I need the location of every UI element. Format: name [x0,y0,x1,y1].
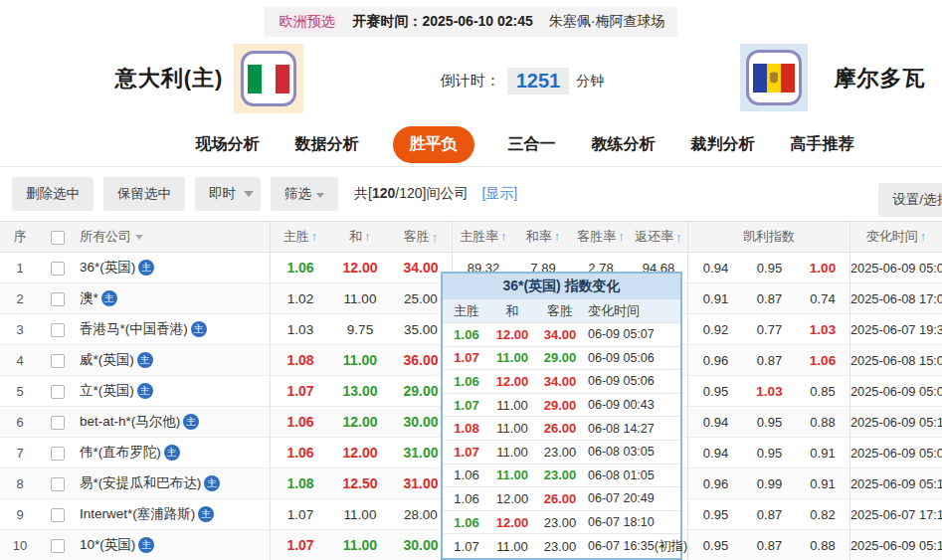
show-link[interactable]: [显示] [481,185,517,203]
select-all-cell [40,229,76,245]
home-badge-icon: 主 [138,260,154,276]
popup-draw-odds: 12.00 [490,491,534,506]
popup-home-odds: 1.06 [443,467,490,482]
col-return-rate[interactable]: 返还率 [630,222,688,252]
col-change-time[interactable]: 变化时间 [850,228,942,246]
filter-dropdown[interactable]: 筛选 [271,177,338,211]
tab-referee-analysis[interactable]: 裁判分析 [689,127,757,162]
sort-asc-icon [430,230,439,245]
settings-button[interactable]: 设置/选择 [878,183,942,217]
popup-away-odds: 23.00 [534,467,586,482]
kelly-2: 0.77 [743,322,796,337]
row-checkbox[interactable] [51,385,65,399]
change-time: 2025-06-09 05:12 [850,476,942,491]
popup-away-odds: 29.00 [534,398,586,413]
table-header: 序 所有公司 主胜 和 客胜 主胜率 和率 客胜率 返还率 凯利指数 变化时间 [0,221,942,253]
tab-win-draw-lose[interactable]: 胜平负 [393,126,474,163]
col-away-rate[interactable]: 客胜率 [572,228,630,246]
row-checkbox[interactable] [51,447,65,461]
change-time: 2025-06-07 19:32 [850,322,942,337]
sort-asc-icon [616,229,625,244]
change-time: 2025-06-08 17:02 [850,291,942,306]
kelly-2: 0.95 [743,446,796,461]
draw-odds: 12.00 [330,414,390,430]
row-checkbox[interactable] [51,292,65,306]
col-draw-rate[interactable]: 和率 [514,228,572,246]
keep-selected-button[interactable]: 保留选中 [103,177,185,211]
kelly-2: 0.87 [743,507,796,522]
kelly-2: 0.87 [743,538,796,553]
tab-expert-picks[interactable]: 高手推荐 [789,127,856,162]
home-badge-icon: 主 [183,414,199,430]
popup-header: 主胜 和 客胜 变化时间 [443,299,680,323]
row-checkbox[interactable] [51,262,65,276]
change-time: 2025-06-07 17:16 [850,507,942,522]
popup-change-time: 06-08 14:27 [586,422,680,436]
tab-coach-analysis[interactable]: 教练分析 [590,127,658,162]
company-cell: Interwet*(塞浦路斯)主 [76,499,271,529]
kelly-1: 0.95 [688,538,743,553]
time-mode-select[interactable]: 即时 [195,177,261,211]
home-badge-icon: 主 [101,290,117,306]
kelly-2: 1.03 [743,384,796,399]
popup-away-odds: 29.00 [534,350,586,365]
popup-home-odds: 1.07 [443,445,490,460]
row-checkbox[interactable] [51,477,65,491]
kelly-3: 0.82 [796,499,850,529]
popup-home-odds: 1.08 [443,421,490,436]
col-home-rate[interactable]: 主胜率 [453,228,514,246]
popup-col-away: 客胜 [534,302,586,320]
company-cell: 伟*(直布罗陀)主 [76,438,271,467]
sort-asc-icon [309,229,318,244]
home-badge-icon: 主 [204,475,220,491]
col-kelly: 凯利指数 [688,222,850,252]
col-company[interactable]: 所有公司 [76,222,271,252]
row-checkbox[interactable] [51,508,65,522]
col-seq: 序 [0,228,40,246]
company-cell: 易*(安提瓜和巴布达)主 [76,468,271,498]
company-cell: 澳*主 [76,283,271,313]
row-seq: 5 [0,384,40,399]
home-badge-icon: 主 [198,506,214,522]
popup-home-odds: 1.06 [443,374,490,389]
home-odds: 1.06 [271,445,330,461]
kelly-3: 1.03 [796,314,850,344]
home-team-name: 意大利(主) [99,64,239,93]
popup-home-odds: 1.06 [443,491,490,506]
row-checkbox[interactable] [51,416,65,430]
popup-draw-odds: 12.00 [490,327,534,342]
row-check-cell [40,414,76,429]
kelly-3: 0.74 [796,283,850,313]
select-all-checkbox[interactable] [51,231,65,245]
popup-row: 1.0711.0023.0006-08 03:05 [443,441,680,465]
home-flag [234,44,303,113]
row-check-cell [40,290,76,305]
col-home-odds[interactable]: 主胜 [271,228,330,246]
col-away-odds[interactable]: 客胜 [390,222,453,252]
row-checkbox[interactable] [51,354,65,368]
change-time: 2025-06-09 05:16 [850,415,942,430]
row-check-cell [40,445,76,460]
chevron-down-icon [244,191,254,197]
popup-change-time: 06-09 05:07 [586,327,680,341]
tab-three-in-one[interactable]: 三合一 [506,127,558,162]
company-name: 香港马*(中国香港) [80,320,188,338]
row-checkbox[interactable] [51,539,65,553]
popup-row: 1.0711.0029.0006-09 00:43 [443,394,680,418]
col-draw-odds[interactable]: 和 [330,228,390,246]
popup-change-time: 06-08 01:05 [586,468,680,482]
delete-selected-button[interactable]: 删除选中 [12,177,94,211]
tab-data-analysis[interactable]: 数据分析 [293,127,361,162]
draw-odds: 11.00 [330,291,390,306]
moldova-emblem-icon [770,73,778,84]
change-time: 2025-06-09 05:09 [850,446,942,461]
kelly-3: 1.06 [796,345,850,375]
popup-row: 1.0711.0023.0006-07 16:35(初指) [443,534,680,558]
row-seq: 7 [0,446,40,461]
kelly-3: 0.91 [796,468,850,498]
kelly-3: 0.85 [796,376,850,406]
row-checkbox[interactable] [51,323,65,337]
chevron-down-icon [135,235,143,240]
tab-live-analysis[interactable]: 现场分析 [194,127,262,162]
home-odds: 1.03 [271,322,330,337]
